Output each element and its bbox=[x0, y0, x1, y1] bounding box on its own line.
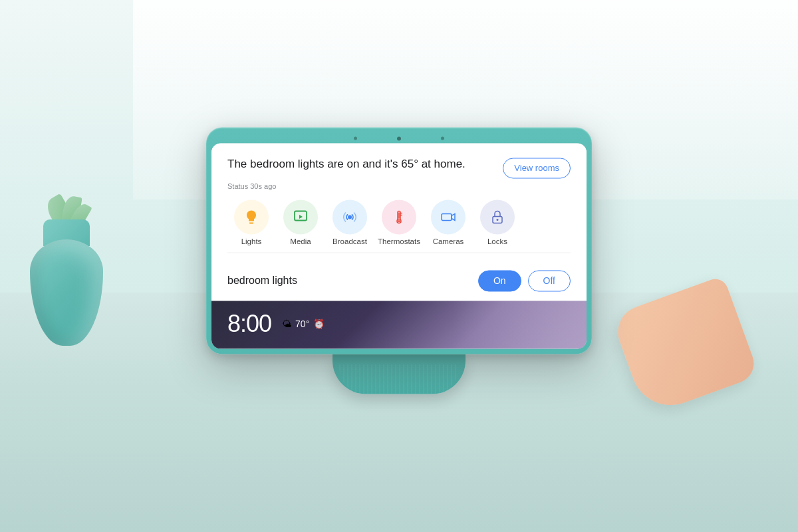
locks-icon-circle bbox=[480, 200, 515, 234]
status-message: The bedroom lights are on and it's 65° a… bbox=[227, 156, 466, 172]
device-stand bbox=[332, 354, 466, 394]
screen-divider bbox=[227, 252, 571, 253]
media-icon-circle bbox=[283, 200, 318, 234]
temperature-display: 70° bbox=[295, 319, 309, 329]
ambient-overlay bbox=[454, 301, 587, 348]
svg-point-5 bbox=[398, 220, 400, 222]
clock-display: 8:00 bbox=[227, 310, 271, 338]
action-broadcast[interactable]: Broadcast bbox=[329, 200, 371, 245]
vase-body bbox=[30, 239, 103, 346]
lock-icon bbox=[489, 209, 505, 225]
vase-decoration bbox=[20, 213, 113, 346]
thermostats-icon-circle bbox=[382, 200, 416, 234]
lights-on-button[interactable]: On bbox=[478, 270, 521, 291]
lights-toggle-group: On Off bbox=[478, 270, 571, 291]
status-timestamp: Status 30s ago bbox=[227, 182, 571, 190]
camera-icon bbox=[440, 209, 456, 225]
device-body: The bedroom lights are on and it's 65° a… bbox=[206, 127, 592, 354]
bulb-icon bbox=[243, 209, 259, 225]
quick-actions-row: Lights Media bbox=[227, 200, 571, 245]
cameras-icon-circle bbox=[431, 200, 466, 234]
hand-shape bbox=[610, 275, 759, 416]
lights-label: Lights bbox=[241, 237, 262, 245]
screen-header: The bedroom lights are on and it's 65° a… bbox=[227, 156, 571, 178]
weather-info: 🌤 70° ⏰ bbox=[282, 319, 325, 329]
broadcast-icon bbox=[342, 209, 358, 225]
sun-icon: 🌤 bbox=[282, 319, 291, 329]
cameras-label: Cameras bbox=[433, 237, 464, 245]
camera-dot-left bbox=[354, 136, 357, 140]
view-rooms-button[interactable]: View rooms bbox=[503, 158, 571, 178]
device-screen: The bedroom lights are on and it's 65° a… bbox=[211, 143, 587, 348]
hand bbox=[612, 279, 745, 399]
lights-control-row: bedroom lights On Off bbox=[211, 261, 587, 301]
svg-point-1 bbox=[348, 215, 352, 219]
screen-top-area: The bedroom lights are on and it's 65° a… bbox=[211, 143, 587, 261]
ambient-section: 8:00 🌤 70° ⏰ bbox=[211, 301, 587, 348]
camera-main bbox=[397, 136, 401, 140]
thermostats-label: Thermostats bbox=[378, 237, 420, 245]
action-media[interactable]: Media bbox=[279, 200, 322, 245]
camera-dot-right bbox=[441, 136, 444, 140]
camera-bar bbox=[211, 132, 587, 143]
svg-rect-8 bbox=[442, 213, 452, 220]
thermometer-icon bbox=[391, 209, 407, 225]
stand-fabric bbox=[339, 364, 459, 394]
action-locks[interactable]: Locks bbox=[476, 200, 519, 245]
google-home-hub: The bedroom lights are on and it's 65° a… bbox=[206, 127, 592, 394]
locks-label: Locks bbox=[487, 237, 507, 245]
play-icon bbox=[293, 209, 309, 225]
svg-point-10 bbox=[497, 219, 499, 221]
action-cameras[interactable]: Cameras bbox=[427, 200, 469, 245]
broadcast-icon-circle bbox=[332, 200, 367, 234]
alarm-icon: ⏰ bbox=[313, 319, 325, 329]
lights-off-button[interactable]: Off bbox=[528, 270, 571, 291]
lights-icon-circle bbox=[234, 200, 269, 234]
media-label: Media bbox=[290, 237, 311, 245]
action-thermostats[interactable]: Thermostats bbox=[378, 200, 420, 245]
action-lights[interactable]: Lights bbox=[230, 200, 273, 245]
broadcast-label: Broadcast bbox=[332, 237, 367, 245]
lights-room-label: bedroom lights bbox=[227, 275, 297, 287]
